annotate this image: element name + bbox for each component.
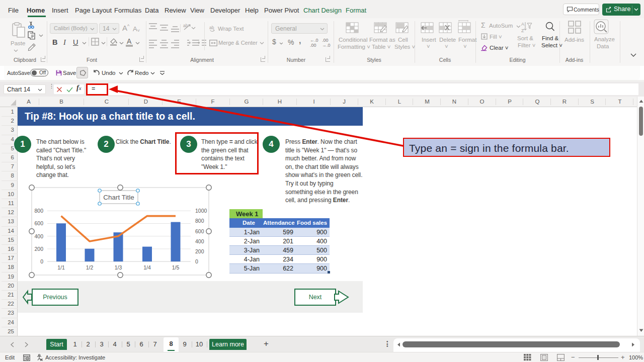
svg-text:800: 800: [195, 218, 204, 224]
svg-text:1/2: 1/2: [86, 264, 94, 270]
svg-text:600: 600: [34, 220, 43, 226]
svg-text:Chart Title: Chart Title: [103, 194, 134, 201]
svg-text:800: 800: [34, 208, 43, 214]
svg-text:ab: ab: [183, 23, 188, 28]
svg-text:1/1: 1/1: [57, 264, 65, 270]
svg-text:1000: 1000: [195, 208, 207, 214]
svg-text:1/5: 1/5: [172, 264, 180, 270]
svg-text:0: 0: [195, 258, 198, 264]
svg-text:Z: Z: [521, 28, 524, 33]
svg-text:200: 200: [34, 246, 43, 252]
svg-text:200: 200: [195, 248, 204, 254]
svg-text:400: 400: [34, 233, 43, 239]
svg-text:400: 400: [195, 238, 204, 244]
svg-text:A: A: [521, 22, 524, 27]
svg-text:0: 0: [40, 258, 43, 264]
svg-text:600: 600: [195, 228, 204, 234]
svg-text:1/4: 1/4: [143, 264, 151, 270]
svg-text:1/3: 1/3: [115, 264, 122, 270]
